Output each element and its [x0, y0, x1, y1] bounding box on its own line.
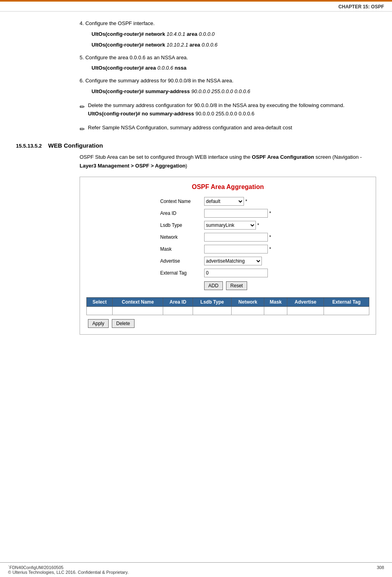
context-name-wrap: default * [204, 197, 248, 206]
step-5: 5. Configure the area 0.0.0.6 as an NSSA… [80, 54, 376, 73]
required-star-mask: * [269, 246, 271, 252]
lsdb-type-select[interactable]: summaryLink [204, 221, 256, 230]
code-5-nssa: nssa [173, 65, 186, 71]
code-block-5: UltOs(config-router)# area 0.0.0.6 nssa [92, 63, 376, 72]
code-6-italic: 90.0.0.0 255.0.0.0 0.0.0.6 [190, 88, 250, 94]
external-tag-input[interactable] [204, 269, 268, 277]
required-star-network: * [269, 234, 271, 240]
code-4a-area-val: 0.0.0.0 [197, 31, 215, 37]
footer-doc-id: `FDN40ConfigUM/20160505 [8, 565, 63, 570]
label-area-id: Area ID [160, 211, 204, 216]
col-lsdb-type: Lsdb Type [193, 298, 232, 307]
step-4: 4. Configure the OSPF interface. UltOs(c… [80, 19, 376, 50]
code-4b-area: area [188, 42, 200, 48]
form-buttons: ADD Reset [160, 281, 296, 290]
step-5-text: 5. Configure the area 0.0.0.6 as an NSSA… [80, 55, 188, 60]
area-id-input[interactable] [204, 209, 268, 218]
form-row-advertise: Advertise advertiseMatching [160, 257, 296, 265]
step-4-text: 4. Configure the OSPF interface. [80, 20, 155, 26]
code-4b-bold: UltOs(config-router)# network [92, 42, 165, 48]
col-mask: Mask [264, 298, 287, 307]
required-star-context: * [246, 199, 248, 204]
step-6: 6. Configure the summary address for 90.… [80, 77, 376, 96]
section-bold-link: OSPF Area Configuration [252, 154, 314, 160]
label-lsdb-type: Lsdb Type [160, 222, 204, 228]
required-star-lsdb: * [257, 222, 259, 228]
col-external-tag: External Tag [324, 298, 369, 307]
bottom-buttons: Apply Delete [86, 319, 369, 328]
mask-input[interactable] [204, 245, 268, 253]
network-wrap: * [204, 233, 271, 242]
content-area: 4. Configure the OSPF interface. UltOs(c… [0, 12, 392, 348]
footer-page-number: 308 [377, 565, 384, 575]
label-mask: Mask [160, 246, 204, 252]
form-row-mask: Mask * [160, 245, 296, 253]
ui-panel: OSPF Area Aggregation Context Name defau… [80, 177, 376, 335]
code-4b-area-val: 0.0.0.6 [200, 42, 217, 48]
table-header-row: Select Context Name Area ID Lsdb Type Ne… [87, 298, 369, 307]
network-input[interactable] [204, 233, 268, 242]
table-row [87, 307, 369, 315]
label-context-name: Context Name [160, 199, 204, 204]
note-1-text: Delete the summary address configuration… [88, 101, 376, 118]
section-body: OSPF Stub Area can be set to configured … [80, 153, 376, 170]
code-block-6: UltOs(config-router)# summary-address 90… [92, 87, 376, 96]
chapter-title: CHAPTER 15: OSPF [338, 4, 384, 10]
lsdb-type-wrap: summaryLink * [204, 221, 259, 230]
code-block-4b: UltOs(config-router)# network 10.10.2.1 … [92, 40, 376, 49]
form-row-area-id: Area ID * [160, 209, 296, 218]
code-6-bold: UltOs(config-router)# summary-address [92, 88, 190, 94]
code-block-4a: UltOs(config-router)# network 10.4.0.1 a… [92, 29, 376, 39]
code-4a-area: area [185, 31, 197, 37]
required-star-area: * [269, 211, 271, 216]
footer-left: `FDN40ConfigUM/20160505 © Ulterius Techn… [8, 565, 129, 575]
code-4a-italic: 10.4.0.1 [165, 31, 185, 37]
pencil-icon-1: ✏ [80, 102, 85, 112]
area-id-wrap: * [204, 209, 271, 218]
mask-wrap: * [204, 245, 271, 253]
label-advertise: Advertise [160, 258, 204, 264]
external-tag-wrap [204, 269, 268, 277]
col-area-id: Area ID [163, 298, 193, 307]
section-heading: 15.5.13.5.2 WEB Configuration [80, 142, 376, 149]
footer-copyright: © Ulterius Technologies, LLC 2016. Confi… [8, 570, 129, 575]
apply-button[interactable]: Apply [88, 319, 109, 328]
label-external-tag: External Tag [160, 270, 204, 276]
code-5-bold: UltOs(config-router)# area [92, 65, 156, 71]
note-1: ✏ Delete the summary address configurati… [80, 101, 376, 118]
context-name-select[interactable]: default [204, 197, 244, 206]
code-4a-bold: UltOs(config-router)# network [92, 31, 165, 37]
data-table: Select Context Name Area ID Lsdb Type Ne… [86, 297, 369, 315]
table-area: Select Context Name Area ID Lsdb Type Ne… [86, 297, 369, 315]
section-number: 15.5.13.5.2 [16, 143, 42, 149]
section-title: WEB Configuration [48, 142, 103, 149]
advertise-wrap: advertiseMatching [204, 257, 262, 265]
note-2: ✏ Refer Sample NSSA Configuration, summa… [80, 124, 376, 135]
step-6-text: 6. Configure the summary address for 90.… [80, 78, 234, 84]
note-2-text: Refer Sample NSSA Configuration, summary… [88, 124, 376, 132]
ui-panel-title: OSPF Area Aggregation [86, 183, 369, 191]
advertise-select[interactable]: advertiseMatching [204, 257, 262, 265]
form-row-network: Network * [160, 233, 296, 242]
footer: `FDN40ConfigUM/20160505 © Ulterius Techn… [0, 562, 392, 577]
section-nav-bold: Layer3 Management > OSPF > Aggregation [80, 163, 185, 169]
pencil-icon-2: ✏ [80, 124, 85, 135]
form-row-lsdb-type: Lsdb Type summaryLink * [160, 221, 296, 230]
col-advertise: Advertise [287, 298, 324, 307]
code-5-italic: 0.0.0.6 [156, 65, 173, 71]
col-network: Network [232, 298, 264, 307]
form-row-context-name: Context Name default * [160, 197, 296, 206]
add-button[interactable]: ADD [204, 281, 223, 290]
form-row-external-tag: External Tag [160, 269, 296, 277]
form-area: Context Name default * Area ID * Lsdb T [160, 197, 296, 290]
col-select: Select [87, 298, 113, 307]
col-context-name: Context Name [113, 298, 163, 307]
delete-button[interactable]: Delete [112, 319, 135, 328]
reset-button[interactable]: Reset [226, 281, 247, 290]
chapter-header: CHAPTER 15: OSPF [0, 2, 392, 12]
label-network: Network [160, 234, 204, 240]
code-4b-italic: 10.10.2.1 [165, 42, 188, 48]
